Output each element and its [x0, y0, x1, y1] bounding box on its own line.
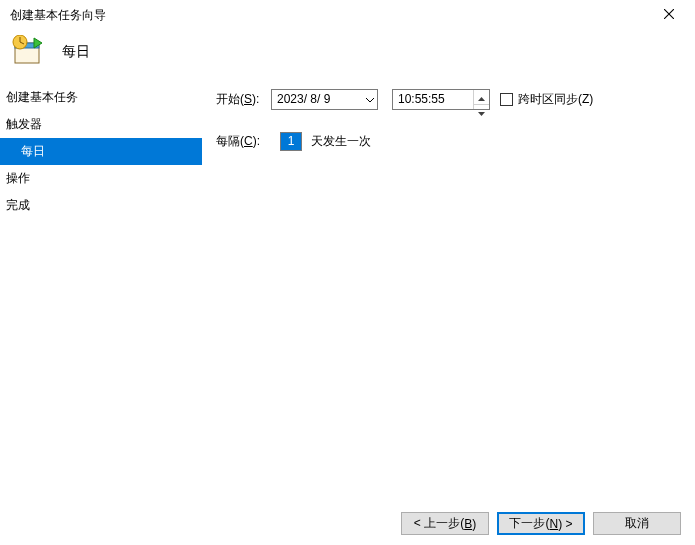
window-title: 创建基本任务向导	[6, 7, 649, 24]
sidebar-item-label: 每日	[21, 144, 45, 158]
spinner-buttons	[473, 90, 489, 109]
interval-suffix: 天发生一次	[311, 133, 371, 150]
wizard-sidebar: 创建基本任务触发器每日操作完成	[0, 74, 202, 489]
cancel-button[interactable]: 取消	[593, 512, 681, 535]
interval-label: 每隔(C):	[216, 133, 271, 150]
tz-sync-checkbox[interactable]: 跨时区同步(Z)	[500, 91, 593, 108]
spinner-down-button[interactable]	[474, 105, 489, 119]
chevron-down-icon	[366, 92, 374, 106]
sidebar-item-label: 操作	[6, 171, 30, 185]
start-date-picker[interactable]: 2023/ 8/ 9	[271, 89, 378, 110]
start-date-value: 2023/ 8/ 9	[277, 92, 330, 106]
sidebar-item-label: 触发器	[6, 117, 42, 131]
sidebar-item[interactable]: 每日	[0, 138, 202, 165]
close-button[interactable]	[649, 0, 689, 30]
sidebar-item[interactable]: 操作	[0, 165, 202, 192]
schedule-icon	[12, 35, 44, 70]
title-bar: 创建基本任务向导	[0, 0, 695, 30]
checkbox-box-icon	[500, 93, 513, 106]
svg-marker-7	[478, 112, 485, 116]
triangle-down-icon	[478, 105, 485, 119]
start-time-value: 10:55:55	[398, 92, 445, 106]
interval-row: 每隔(C): 1 天发生一次	[216, 128, 681, 154]
sidebar-item[interactable]: 创建基本任务	[0, 84, 202, 111]
start-label: 开始(S):	[216, 91, 271, 108]
back-button[interactable]: < 上一步(B)	[401, 512, 489, 535]
close-icon	[664, 8, 674, 22]
start-row: 开始(S): 2023/ 8/ 9 10:55:55	[216, 86, 681, 112]
spinner-up-button[interactable]	[474, 90, 489, 105]
wizard-body: 创建基本任务触发器每日操作完成 开始(S): 2023/ 8/ 9 10:55:…	[0, 74, 695, 489]
tz-sync-label: 跨时区同步(Z)	[518, 91, 593, 108]
next-button[interactable]: 下一步(N) >	[497, 512, 585, 535]
page-title: 每日	[62, 43, 90, 61]
sidebar-item[interactable]: 触发器	[0, 111, 202, 138]
sidebar-item[interactable]: 完成	[0, 192, 202, 219]
triangle-up-icon	[478, 90, 485, 104]
start-time-spinner[interactable]: 10:55:55	[392, 89, 490, 110]
interval-input[interactable]: 1	[280, 132, 302, 151]
svg-marker-6	[478, 97, 485, 101]
sidebar-item-label: 完成	[6, 198, 30, 212]
wizard-header: 每日	[0, 30, 695, 74]
wizard-content: 开始(S): 2023/ 8/ 9 10:55:55	[202, 74, 695, 489]
interval-value: 1	[281, 133, 301, 150]
wizard-footer: < 上一步(B) 下一步(N) > 取消	[401, 512, 681, 535]
sidebar-item-label: 创建基本任务	[6, 90, 78, 104]
